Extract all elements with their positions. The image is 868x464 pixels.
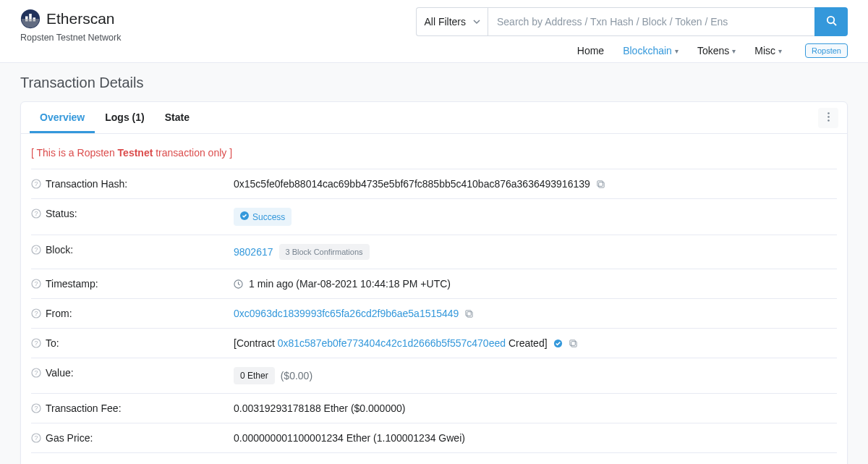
card-body: [ This is a Ropsten Testnet transaction … <box>21 134 847 464</box>
search-bar: All Filters <box>416 7 848 36</box>
svg-text:?: ? <box>34 210 38 217</box>
value-from: 0xc0963dc1839993fc65fa26cd2f9b6ae5a15154… <box>234 308 837 319</box>
label-status: ? Status: <box>31 208 234 219</box>
network-label: Ropsten Testnet Network <box>20 33 121 43</box>
brand-logo[interactable]: Etherscan <box>20 9 121 29</box>
label-timestamp: ? Timestamp: <box>31 278 234 290</box>
main-container: Transaction Details Overview Logs (1) St… <box>0 63 868 464</box>
search-icon <box>826 15 837 28</box>
copy-icon[interactable] <box>464 309 474 319</box>
nav-blockchain[interactable]: Blockchain ▾ <box>623 45 678 56</box>
confirmations-badge: 3 Block Confirmations <box>279 244 370 260</box>
svg-point-4 <box>827 112 830 114</box>
testnet-notice: [ This is a Ropsten Testnet transaction … <box>31 144 837 169</box>
svg-rect-10 <box>597 180 603 185</box>
svg-text:?: ? <box>34 405 38 412</box>
nav-home[interactable]: Home <box>577 45 604 56</box>
svg-rect-21 <box>467 311 472 316</box>
row-timestamp: ? Timestamp: 1 min ago (Mar-08-2021 10:4… <box>31 269 837 298</box>
label-block: ? Block: <box>31 244 234 256</box>
label-to: ? To: <box>31 337 234 349</box>
help-icon[interactable]: ? <box>31 245 41 255</box>
verified-icon <box>553 339 563 348</box>
svg-text:?: ? <box>34 339 38 347</box>
nav-misc[interactable]: Misc ▾ <box>754 45 782 56</box>
tab-state[interactable]: State <box>155 102 200 133</box>
copy-icon[interactable] <box>596 180 605 189</box>
help-icon[interactable]: ? <box>31 338 41 348</box>
value-gas: 0.000000001100001234 Ether (1.100001234 … <box>234 432 837 444</box>
block-link[interactable]: 9802617 <box>234 246 273 258</box>
svg-text:?: ? <box>34 180 38 187</box>
svg-text:?: ? <box>34 434 38 442</box>
value-to: [Contract 0x81c587eb0fe773404c42c1d2666b… <box>234 337 837 349</box>
tab-logs[interactable]: Logs (1) <box>95 102 154 133</box>
value-status: Success <box>234 208 837 226</box>
help-icon[interactable]: ? <box>31 433 41 443</box>
label-fee: ? Transaction Fee: <box>31 402 234 414</box>
value-txhash: 0x15c5fe0feb88014cac69bb4735e5bf67fc885b… <box>234 178 837 190</box>
kebab-icon <box>827 112 830 124</box>
svg-rect-27 <box>569 339 574 345</box>
network-badge[interactable]: Ropsten <box>805 43 848 58</box>
main-nav: Home Blockchain ▾ Tokens ▾ Misc ▾ Ropste… <box>577 43 848 58</box>
value-usd: ($0.00) <box>281 370 312 381</box>
check-circle-icon <box>240 211 249 222</box>
chevron-down-icon: ▾ <box>732 47 736 55</box>
label-txhash: ? Transaction Hash: <box>31 178 234 190</box>
to-address-link[interactable]: 0x81c587eb0fe773404c42c1d2666b5f557c470e… <box>278 337 506 349</box>
value-block: 9802617 3 Block Confirmations <box>234 244 837 260</box>
svg-text:?: ? <box>34 246 38 253</box>
tabs: Overview Logs (1) State <box>30 102 200 133</box>
svg-rect-22 <box>466 310 471 315</box>
value-timestamp: 1 min ago (Mar-08-2021 10:44:18 PM +UTC) <box>234 278 837 290</box>
copy-icon[interactable] <box>569 339 578 348</box>
help-icon[interactable]: ? <box>31 279 41 289</box>
row-fee: ? Transaction Fee: 0.00319293178188 Ethe… <box>31 393 837 423</box>
search-button[interactable] <box>814 7 848 36</box>
label-from: ? From: <box>31 308 234 319</box>
site-header: Etherscan Ropsten Testnet Network All Fi… <box>0 0 868 63</box>
svg-point-2 <box>827 17 833 23</box>
header-left: Etherscan Ropsten Testnet Network <box>20 7 121 43</box>
tx-card: Overview Logs (1) State [ This is a Rops… <box>20 101 848 464</box>
value-value: 0 Ether ($0.00) <box>234 367 837 384</box>
row-value: ? Value: 0 Ether ($0.00) <box>31 358 837 393</box>
help-icon[interactable]: ? <box>31 208 41 219</box>
svg-text:?: ? <box>34 280 38 287</box>
search-input[interactable] <box>488 7 814 36</box>
show-more-button[interactable]: Click to see More <box>31 452 837 464</box>
from-address-link[interactable]: 0xc0963dc1839993fc65fa26cd2f9b6ae5a15154… <box>234 308 459 319</box>
chevron-down-icon: ▾ <box>778 47 782 55</box>
row-to: ? To: [Contract 0x81c587eb0fe773404c42c1… <box>31 328 837 358</box>
help-icon[interactable]: ? <box>31 308 41 319</box>
svg-point-6 <box>827 119 830 122</box>
status-badge: Success <box>234 208 292 226</box>
svg-line-3 <box>833 22 836 25</box>
more-menu-button[interactable] <box>818 108 838 128</box>
row-txhash: ? Transaction Hash: 0x15c5fe0feb88014cac… <box>31 169 837 198</box>
svg-text:?: ? <box>34 310 38 317</box>
row-block: ? Block: 9802617 3 Block Confirmations <box>31 235 837 269</box>
label-gas: ? Gas Price: <box>31 432 234 444</box>
row-gas: ? Gas Price: 0.000000001100001234 Ether … <box>31 423 837 452</box>
clock-icon <box>234 279 243 289</box>
nav-tokens[interactable]: Tokens ▾ <box>697 45 736 56</box>
chevron-down-icon <box>473 16 480 28</box>
row-status: ? Status: Success <box>31 198 837 235</box>
tab-overview[interactable]: Overview <box>30 102 95 133</box>
value-badge: 0 Ether <box>234 367 275 384</box>
brand-name: Etherscan <box>46 10 115 28</box>
etherscan-logo-icon <box>20 9 41 29</box>
chevron-down-icon: ▾ <box>675 47 678 55</box>
page-title: Transaction Details <box>20 75 848 91</box>
help-icon[interactable]: ? <box>31 403 41 413</box>
svg-rect-26 <box>571 341 576 346</box>
help-icon[interactable]: ? <box>31 179 41 189</box>
row-from: ? From: 0xc0963dc1839993fc65fa26cd2f9b6a… <box>31 298 837 328</box>
help-icon[interactable]: ? <box>31 368 41 378</box>
search-filter-dropdown[interactable]: All Filters <box>416 7 488 36</box>
filter-label: All Filters <box>424 16 466 28</box>
svg-text:?: ? <box>34 369 38 376</box>
value-fee: 0.00319293178188 Ether ($0.000000) <box>234 402 837 414</box>
